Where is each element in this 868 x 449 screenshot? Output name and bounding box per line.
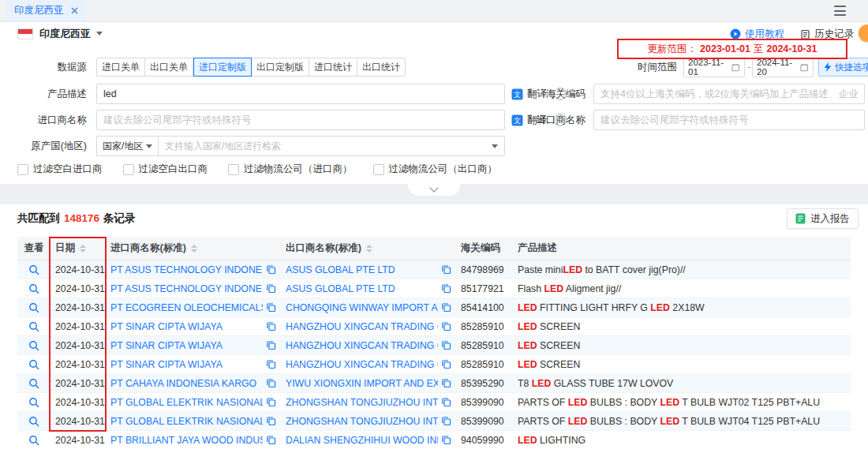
data-source-tab-3[interactable]: 进口定制版 xyxy=(193,58,252,77)
exporter-link[interactable]: ZHONGSHAN TONGJIUZHOU INTERNA... xyxy=(286,416,438,427)
copy-icon[interactable] xyxy=(266,264,276,275)
importer-link[interactable]: PT CAHAYA INDONESIA KARGO xyxy=(110,378,263,389)
collapse-toggle[interactable] xyxy=(408,184,460,196)
filter-checkbox-4[interactable]: 过滤物流公司（出口商） xyxy=(373,163,498,176)
importer-link[interactable]: PT ECOGREEN OLEOCHEMICALS xyxy=(110,302,263,313)
view-icon[interactable] xyxy=(28,435,39,446)
importer-cell: PT GLOBAL ELEKTRIK NASIONAL xyxy=(106,397,281,408)
copy-icon[interactable] xyxy=(266,321,276,331)
update-range-label: 更新范围： xyxy=(648,43,698,56)
filter-checkbox-1[interactable]: 过滤空白进口商 xyxy=(17,163,103,176)
exporter-cell: YIWU XIONGXIN IMPORT AND EXPORT... xyxy=(281,378,456,389)
data-source-tab-1[interactable]: 进口关单 xyxy=(96,58,145,77)
close-icon[interactable] xyxy=(71,7,78,14)
data-source-label: 数据源 xyxy=(0,57,87,77)
results-panel: 共匹配到148176条记录 进入报告 查看 日期 进口商名称(标准) xyxy=(0,204,868,449)
importer-link[interactable]: PT ASUS TECHNOLOGY INDONESIA BA... xyxy=(110,283,263,294)
importer-link[interactable]: PT ASUS TECHNOLOGY INDONESIA BA... xyxy=(110,264,263,275)
exporter-link[interactable]: HANGZHOU XINGCAN TRADING CO LTD xyxy=(286,340,438,351)
exporter-input[interactable] xyxy=(593,110,865,130)
product-row: 产品描述 文 翻译 海关编码 xyxy=(0,84,868,104)
copy-icon[interactable] xyxy=(441,359,451,369)
hs-code-input[interactable] xyxy=(593,84,865,104)
copy-icon[interactable] xyxy=(441,321,451,331)
sort-icon[interactable] xyxy=(191,245,197,253)
view-icon[interactable] xyxy=(28,359,39,370)
copy-icon[interactable] xyxy=(266,416,276,426)
checkbox-icon[interactable] xyxy=(17,164,28,175)
copy-icon[interactable] xyxy=(441,340,451,350)
view-icon[interactable] xyxy=(28,283,39,294)
view-icon[interactable] xyxy=(28,302,39,313)
exporter-link[interactable]: HANGZHOU XINGCAN TRADING CO LTD xyxy=(286,359,438,370)
copy-icon[interactable] xyxy=(441,264,451,275)
col-date[interactable]: 日期 xyxy=(51,241,106,255)
table-row: 2024-10-31PT ASUS TECHNOLOGY INDONESIA B… xyxy=(17,279,851,298)
copy-icon[interactable] xyxy=(266,359,276,369)
view-icon[interactable] xyxy=(28,264,39,275)
exporter-link[interactable]: HANGZHOU XINGCAN TRADING CO LTD xyxy=(286,321,438,332)
view-icon[interactable] xyxy=(28,416,39,427)
tab-bar: 印度尼西亚 xyxy=(0,0,868,22)
importer-link[interactable]: PT GLOBAL ELEKTRIK NASIONAL xyxy=(110,416,263,427)
product-desc-input[interactable] xyxy=(96,84,505,104)
col-exporter[interactable]: 出口商名称(标准) xyxy=(281,241,456,255)
view-icon[interactable] xyxy=(28,340,39,351)
exporter-cell: HANGZHOU XINGCAN TRADING CO LTD xyxy=(281,340,456,351)
filter-checkbox-2[interactable]: 过滤空白出口商 xyxy=(123,163,208,176)
tab-indonesia[interactable]: 印度尼西亚 xyxy=(6,0,86,21)
data-source-tab-4[interactable]: 出口定制版 xyxy=(252,58,309,77)
date-from-input[interactable]: 2023-11-01 xyxy=(683,57,745,77)
data-source-tab-6[interactable]: 出口统计 xyxy=(357,58,406,77)
summary-suffix: 条记录 xyxy=(103,212,136,224)
importer-link[interactable]: PT SINAR CIPTA WIJAYA xyxy=(110,321,263,332)
importer-link[interactable]: PT SINAR CIPTA WIJAYA xyxy=(110,359,263,370)
exporter-link[interactable]: CHONGQING WINWAY IMPORT AND E... xyxy=(286,302,438,313)
copy-icon[interactable] xyxy=(266,435,276,445)
origin-country-select[interactable]: 国家/地区 xyxy=(96,136,158,156)
data-source-tab-2[interactable]: 出口关单 xyxy=(145,58,193,77)
copy-icon[interactable] xyxy=(441,302,451,312)
sort-icon[interactable] xyxy=(80,245,86,253)
copy-icon[interactable] xyxy=(441,397,451,407)
menu-icon[interactable] xyxy=(834,6,846,16)
col-importer[interactable]: 进口商名称(标准) xyxy=(106,241,281,255)
copy-icon[interactable] xyxy=(266,302,276,312)
exporter-link[interactable]: ASUS GLOBAL PTE LTD xyxy=(286,283,438,294)
copy-icon[interactable] xyxy=(266,283,276,294)
exporter-link[interactable]: DALIAN SHENGZHIHUI WOOD INDUST... xyxy=(286,435,438,446)
col-product-desc: 产品描述 xyxy=(513,241,851,255)
date-to-input[interactable]: 2024-11-20 xyxy=(752,57,814,77)
enter-report-button[interactable]: 进入报告 xyxy=(787,208,859,229)
filter-checkbox-3[interactable]: 过滤物流公司（进口商） xyxy=(228,163,353,176)
chevron-down-icon xyxy=(146,144,152,148)
origin-search-input[interactable]: 支持输入国家/地区进行检索 xyxy=(158,136,505,156)
importer-link[interactable]: PT BRILLIANT JAYA WOOD INDUSTRY xyxy=(110,435,263,446)
product-desc-cell: T8 LED GLASS TUBE 17W LOVOV xyxy=(513,378,851,389)
exporter-link[interactable]: ASUS GLOBAL PTE LTD xyxy=(286,264,438,275)
copy-icon[interactable] xyxy=(441,435,451,445)
country-selector[interactable]: 印度尼西亚 xyxy=(39,27,91,41)
copy-icon[interactable] xyxy=(266,378,276,388)
view-icon[interactable] xyxy=(28,397,39,408)
importer-link[interactable]: PT GLOBAL ELEKTRIK NASIONAL xyxy=(110,397,263,408)
checkbox-icon[interactable] xyxy=(373,164,384,175)
exporter-link[interactable]: YIWU XIONGXIN IMPORT AND EXPORT... xyxy=(286,378,438,389)
exporter-link[interactable]: ZHONGSHAN TONGJIUZHOU INTERNA... xyxy=(286,397,438,408)
view-icon[interactable] xyxy=(28,378,39,389)
importer-input[interactable] xyxy=(96,110,505,130)
chevron-down-icon[interactable] xyxy=(96,32,103,36)
col-view: 查看 xyxy=(17,241,51,255)
importer-link[interactable]: PT SINAR CIPTA WIJAYA xyxy=(110,340,263,351)
copy-icon[interactable] xyxy=(441,378,451,388)
checkbox-icon[interactable] xyxy=(228,164,239,175)
sort-icon[interactable] xyxy=(366,245,372,253)
quick-options-button[interactable]: 快捷选项 xyxy=(818,58,868,77)
copy-icon[interactable] xyxy=(441,283,451,294)
checkbox-icon[interactable] xyxy=(123,164,134,175)
copy-icon[interactable] xyxy=(266,340,276,350)
data-source-tab-5[interactable]: 进口统计 xyxy=(309,58,357,77)
view-icon[interactable] xyxy=(28,321,39,332)
copy-icon[interactable] xyxy=(441,416,451,426)
copy-icon[interactable] xyxy=(266,397,276,407)
